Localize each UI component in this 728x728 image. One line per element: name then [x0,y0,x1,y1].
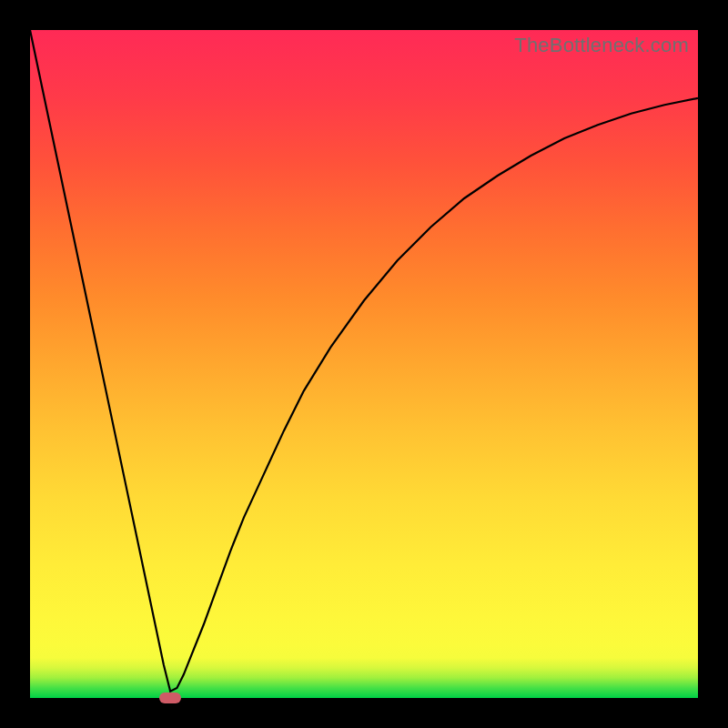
minimum-marker [159,693,181,703]
chart-frame: TheBottleneck.com [0,0,728,728]
curve-path [30,30,698,692]
bottleneck-curve [30,30,698,698]
plot-area: TheBottleneck.com [30,30,698,698]
